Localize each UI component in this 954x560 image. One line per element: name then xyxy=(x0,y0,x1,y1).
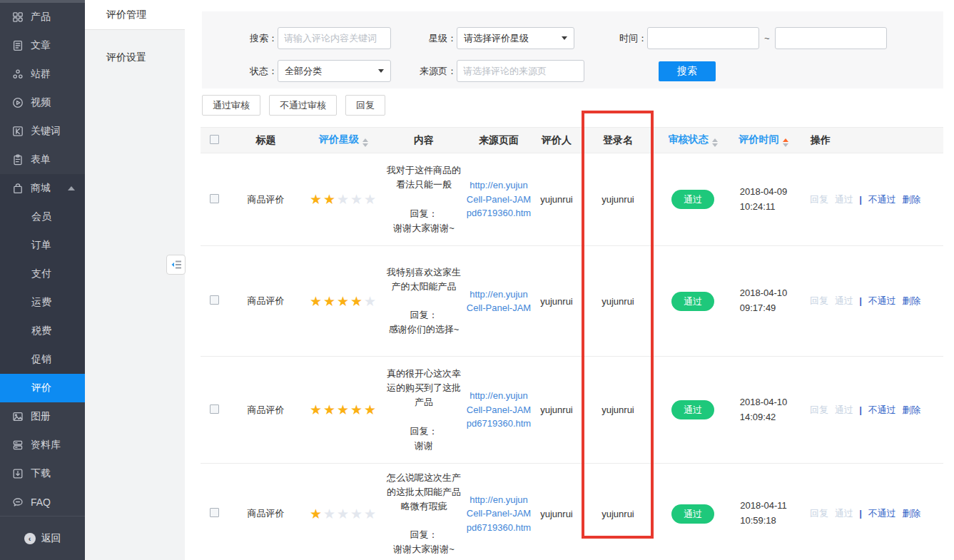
login-name: yujunrui xyxy=(579,296,656,307)
table-row: 商品评价 ★★★★★ 怎么说呢这次生产的这批太阳能产品略微有瑕疵 回复： 谢谢大… xyxy=(201,464,943,560)
chevron-down-icon xyxy=(562,36,567,40)
header-star-rating[interactable]: 评价星级 xyxy=(303,133,384,147)
library-icon xyxy=(12,439,24,451)
review-datetime: 2018-04-11 10:59:18 xyxy=(740,499,787,529)
source-page-link[interactable]: http://en.yujun Cell-Panel-JAM xyxy=(464,287,534,315)
collapse-sidebar-button[interactable] xyxy=(166,255,186,275)
delete-link[interactable]: 删除 xyxy=(902,295,920,306)
status-filter-label: 状态： xyxy=(226,65,278,78)
action-separator: | xyxy=(859,404,862,415)
fail-link[interactable]: 不通过 xyxy=(868,194,896,205)
star-filled-icon: ★ xyxy=(323,402,337,417)
login-name: yujunrui xyxy=(579,404,656,415)
status-filter-select[interactable]: 全部分类 xyxy=(278,60,391,82)
delete-link[interactable]: 删除 xyxy=(902,508,920,519)
star-filled-icon: ★ xyxy=(310,294,323,309)
approve-button[interactable]: 通过审核 xyxy=(202,95,260,116)
sidebar-item-orders[interactable]: 订单 xyxy=(0,231,85,260)
header-title: 标题 xyxy=(228,134,303,147)
sidebar-item-shipping[interactable]: 运费 xyxy=(0,288,85,317)
sidebar-item-label: 图册 xyxy=(31,410,51,423)
album-icon xyxy=(12,411,24,422)
review-content: 怎么说呢这次生产的这批太阳能产品略微有瑕疵 回复： 谢谢大家谢谢~ xyxy=(384,471,464,557)
mall-icon xyxy=(12,183,24,194)
sidebar-item-albums[interactable]: 图册 xyxy=(0,402,85,431)
filter-panel: 搜索： 星级： 请选择评价星级 时间： ~ 状态： 全部分类 来源页： 搜索 xyxy=(202,11,943,88)
source-page-link[interactable]: http://en.yujun Cell-Panel-JAM pd6719360… xyxy=(464,493,534,535)
row-checkbox[interactable] xyxy=(210,194,219,203)
delete-link[interactable]: 删除 xyxy=(902,404,920,415)
row-checkbox[interactable] xyxy=(210,404,219,414)
sidebar-item-keywords[interactable]: 关键词 xyxy=(0,117,85,146)
form-icon xyxy=(12,154,24,166)
select-all-checkbox[interactable] xyxy=(210,135,219,144)
time-to-input[interactable] xyxy=(775,27,887,49)
sidebar-item-label: 站群 xyxy=(31,68,51,81)
collapse-sidebar-icon xyxy=(171,260,182,270)
review-datetime: 2018-04-10 09:17:49 xyxy=(740,286,788,316)
sidebar-item-products[interactable]: 产品 xyxy=(0,3,85,31)
sidebar-item-videos[interactable]: 视频 xyxy=(0,88,85,117)
sidebar-item-taxes[interactable]: 税费 xyxy=(0,317,85,345)
search-button[interactable]: 搜索 xyxy=(659,61,716,81)
sort-icon xyxy=(362,138,368,147)
reply-link-disabled: 回复 xyxy=(810,508,828,519)
star-filled-icon: ★ xyxy=(310,506,323,521)
star-filled-icon: ★ xyxy=(310,192,323,207)
header-review-status[interactable]: 审核状态 xyxy=(656,133,729,147)
reply-button[interactable]: 回复 xyxy=(345,95,385,116)
star-empty-icon: ★ xyxy=(350,506,364,521)
sidebar-item-articles[interactable]: 文章 xyxy=(0,31,85,60)
source-filter-input[interactable] xyxy=(457,60,584,82)
star-empty-icon: ★ xyxy=(337,192,350,207)
delete-link[interactable]: 删除 xyxy=(902,194,920,205)
header-review-time[interactable]: 评价时间 xyxy=(729,133,798,147)
sidebar-item-payments[interactable]: 支付 xyxy=(0,260,85,288)
star-filter-select[interactable]: 请选择评价星级 xyxy=(457,27,574,49)
chevron-up-icon xyxy=(68,186,75,190)
pass-link-disabled: 通过 xyxy=(835,404,853,415)
sidebar-item-faq[interactable]: FAQ xyxy=(0,488,85,516)
review-content: 我对于这件商品的看法只能一般 回复： 谢谢大家谢谢~ xyxy=(384,163,464,235)
sidebar-item-members[interactable]: 会员 xyxy=(0,203,85,231)
star-filled-icon: ★ xyxy=(337,402,350,417)
sidebar-item-label: 视频 xyxy=(31,96,51,109)
video-icon xyxy=(12,97,24,108)
table-row: 商品评价 ★★★★★ 我对于这件商品的看法只能一般 回复： 谢谢大家谢谢~ ht… xyxy=(201,153,943,246)
search-label: 搜索： xyxy=(226,32,278,45)
reviewer-name: yujunrui xyxy=(534,404,579,415)
reject-button[interactable]: 不通过审核 xyxy=(269,95,337,116)
header-actions: 操作 xyxy=(798,134,943,147)
sidebar-item-promotions[interactable]: 促销 xyxy=(0,345,85,374)
sidebar-item-forms[interactable]: 表单 xyxy=(0,146,85,174)
row-checkbox[interactable] xyxy=(210,508,219,517)
sort-icon-active xyxy=(783,138,788,147)
search-input[interactable] xyxy=(278,27,391,49)
status-badge: 通过 xyxy=(671,400,714,419)
tab-review-settings[interactable]: 评价设置 xyxy=(85,43,185,73)
star-empty-icon: ★ xyxy=(364,294,377,309)
time-from-input[interactable] xyxy=(647,27,759,49)
row-checkbox[interactable] xyxy=(210,295,219,305)
sidebar-item-label: 商城 xyxy=(31,182,51,195)
status-badge: 通过 xyxy=(671,292,714,311)
fail-link[interactable]: 不通过 xyxy=(868,508,896,519)
table-row: 商品评价 ★★★★★ 真的很开心这次幸运的购买到了这批产品 回复： 谢谢 htt… xyxy=(201,357,943,464)
sidebar-item-library[interactable]: 资料库 xyxy=(0,431,85,459)
time-range-separator: ~ xyxy=(764,33,770,44)
sidebar-item-label: 文章 xyxy=(31,39,51,52)
sidebar-item-sites[interactable]: 站群 xyxy=(0,60,85,88)
fail-link[interactable]: 不通过 xyxy=(868,295,896,306)
fail-link[interactable]: 不通过 xyxy=(868,404,896,415)
star-filled-icon: ★ xyxy=(310,402,323,417)
review-content: 真的很开心这次幸运的购买到了这批产品 回复： 谢谢 xyxy=(384,367,464,453)
reviewer-name: yujunrui xyxy=(534,194,579,205)
sidebar-item-downloads[interactable]: 下载 xyxy=(0,459,85,488)
sidebar-item-reviews[interactable]: 评价 xyxy=(0,374,85,402)
source-page-link[interactable]: http://en.yujun Cell-Panel-JAM pd6719360… xyxy=(464,389,534,431)
back-button[interactable]: ‹ 返回 xyxy=(0,516,85,560)
source-page-link[interactable]: http://en.yujun Cell-Panel-JAM pd6719360… xyxy=(464,178,534,220)
sidebar-item-mall[interactable]: 商城 xyxy=(0,174,85,203)
tab-review-management[interactable]: 评价管理 xyxy=(85,0,185,30)
sites-icon xyxy=(12,68,24,80)
